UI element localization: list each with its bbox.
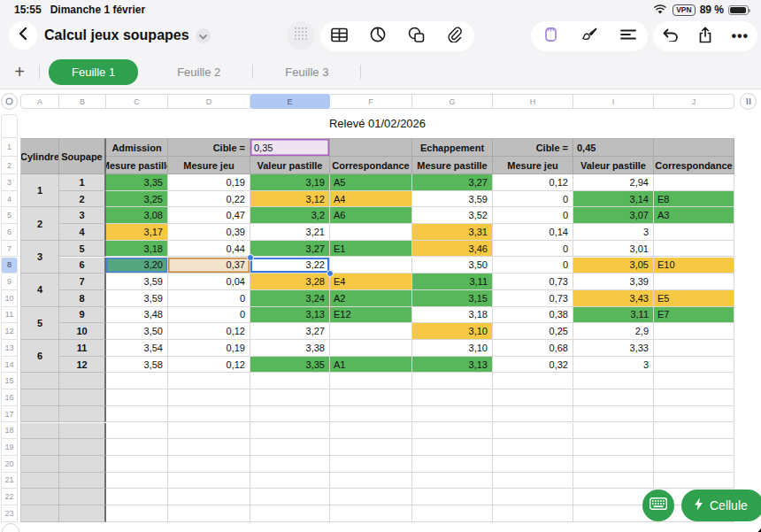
cell-H20[interactable] [493, 456, 573, 473]
cell-G6[interactable]: 3,31 [412, 224, 493, 241]
cell-B20[interactable] [59, 456, 106, 473]
cell-G18[interactable] [412, 423, 493, 440]
cell-A20[interactable] [20, 456, 59, 473]
cell-J15[interactable] [654, 373, 734, 389]
column-header-G[interactable]: G [412, 94, 493, 109]
cell-F13[interactable] [330, 340, 412, 357]
cell-F9[interactable]: E4 [330, 274, 412, 290]
cell-A21[interactable] [20, 473, 59, 490]
cell-C16[interactable] [106, 389, 168, 406]
subheader-5[interactable]: Correspondance [330, 157, 412, 174]
cell-F8[interactable] [330, 258, 412, 274]
header-cible-admission-value[interactable]: 0,35 [250, 138, 330, 157]
row-header-9[interactable]: 9 [1, 274, 18, 290]
cell-I19[interactable] [573, 439, 654, 456]
row-header-20[interactable]: 20 [1, 456, 18, 473]
cell-I17[interactable] [573, 406, 654, 423]
cell-soupape-10[interactable]: 10 [59, 323, 106, 340]
cell-J14[interactable] [654, 357, 734, 374]
cell-soupape-5[interactable]: 5 [59, 241, 106, 258]
cell-D21[interactable] [168, 473, 250, 490]
cell-H12[interactable]: 0,25 [493, 323, 573, 340]
cell-C9[interactable]: 3,59 [106, 274, 168, 290]
cell-G5[interactable]: 3,52 [412, 207, 493, 224]
cell-E9[interactable]: 3,28 [250, 274, 330, 290]
cell-H3[interactable]: 0,12 [493, 174, 573, 191]
cell-A19[interactable] [20, 439, 59, 456]
cell-E16[interactable] [250, 389, 330, 406]
cell-B21[interactable] [59, 473, 106, 490]
cell-H4[interactable]: 0 [493, 191, 573, 208]
cell-H7[interactable]: 0 [493, 241, 573, 258]
more-button[interactable]: ••• [725, 21, 755, 51]
tab-feuille-1[interactable]: Feuille 1 [49, 59, 138, 85]
cell-H22[interactable] [493, 489, 573, 505]
row-header-8[interactable]: 8 [1, 258, 18, 274]
cell-C3[interactable]: 3,35 [106, 174, 168, 191]
insert-chart-button[interactable] [363, 21, 393, 51]
subheader-8[interactable]: Valeur pastille [573, 157, 654, 174]
cell-B23[interactable] [59, 505, 106, 522]
row-header-15[interactable]: 15 [1, 373, 18, 389]
cell-cylindre-4[interactable]: 4 [20, 274, 59, 306]
cell-H13[interactable]: 0,68 [493, 340, 573, 357]
format-button[interactable] [574, 21, 604, 51]
cell-cylindre-1[interactable]: 1 [20, 174, 59, 207]
cell-F11[interactable]: E12 [330, 307, 412, 324]
cell-soupape-9[interactable]: 9 [59, 307, 106, 324]
cell-E22[interactable] [250, 489, 330, 505]
cell-D22[interactable] [168, 489, 250, 505]
document-menu-button[interactable] [196, 28, 211, 43]
row-header-21[interactable]: 21 [1, 473, 18, 490]
column-header-I[interactable]: I [573, 94, 654, 109]
cell-G12[interactable]: 3,10 [412, 323, 493, 340]
cell-D7[interactable]: 0,44 [168, 241, 250, 258]
cell-F12[interactable] [330, 323, 412, 340]
cell-C18[interactable] [106, 423, 168, 440]
cell-soupape-12[interactable]: 12 [59, 357, 106, 374]
insert-media-button[interactable] [440, 21, 470, 51]
header-cible-echappement-value[interactable]: 0,45 [573, 138, 654, 157]
cell-J11[interactable]: E7 [654, 307, 734, 324]
cell-F21[interactable] [330, 473, 412, 490]
add-sheet-button[interactable]: + [9, 61, 30, 82]
cell-D8[interactable]: 0,37 [168, 258, 250, 274]
cell-H15[interactable] [493, 373, 573, 389]
cell-G16[interactable] [412, 389, 493, 406]
cell-F10[interactable]: A2 [330, 290, 412, 307]
cell-J18[interactable] [654, 423, 734, 440]
cell-G15[interactable] [412, 373, 493, 389]
cell-soupape-4[interactable]: 4 [59, 224, 106, 241]
row-header-18[interactable]: 18 [1, 423, 18, 440]
cell-G21[interactable] [412, 473, 493, 490]
cell-C6[interactable]: 3,17 [106, 224, 168, 241]
cell-E21[interactable] [250, 473, 330, 490]
cell-I14[interactable]: 3 [573, 357, 654, 374]
cell-cylindre-3[interactable]: 3 [20, 241, 59, 274]
cell-I13[interactable]: 3,33 [573, 340, 654, 357]
cell-D6[interactable]: 0,39 [168, 224, 250, 241]
cell-G7[interactable]: 3,46 [412, 241, 493, 258]
cell-F7[interactable]: E1 [330, 241, 412, 258]
row-header-7[interactable]: 7 [1, 241, 18, 258]
cell-A17[interactable] [20, 406, 59, 423]
cell-F18[interactable] [330, 423, 412, 440]
cell-E17[interactable] [250, 406, 330, 423]
cell-C17[interactable] [106, 406, 168, 423]
cell-H5[interactable]: 0 [493, 207, 573, 224]
cell-J3[interactable] [654, 174, 734, 191]
row-header-5[interactable]: 5 [1, 207, 18, 224]
cell-G11[interactable]: 3,18 [412, 307, 493, 324]
row-header-23[interactable]: 23 [1, 505, 18, 522]
row-header-10[interactable]: 10 [1, 290, 18, 307]
cell-H19[interactable] [493, 439, 573, 456]
cell-D23[interactable] [168, 505, 250, 522]
cell-C5[interactable]: 3,08 [106, 207, 168, 224]
cell-D20[interactable] [168, 456, 250, 473]
subheader-7[interactable]: Mesure jeu [493, 157, 573, 174]
share-button[interactable] [690, 21, 720, 51]
cell-H9[interactable]: 0,73 [493, 274, 573, 290]
cell-E3[interactable]: 3,19 [250, 174, 330, 191]
cell-E23[interactable] [250, 505, 330, 522]
cell-F1[interactable] [330, 138, 412, 157]
